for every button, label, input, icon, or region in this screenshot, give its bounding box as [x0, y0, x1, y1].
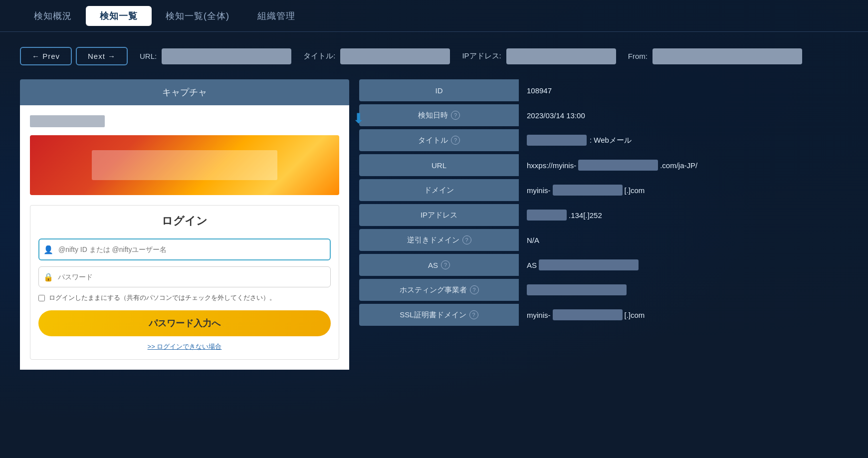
ssl-suffix: [.]com — [625, 311, 645, 319]
title-filter-group: タイトル: — [303, 48, 450, 64]
label-title-text: タイトル — [418, 136, 448, 145]
value-url: hxxps://myinis- .com/ja-JP/ — [519, 154, 848, 176]
info-row-ip: IPアドレス .134[.]252 — [359, 204, 848, 226]
submit-button[interactable]: パスワード入力へ — [38, 310, 331, 336]
id-value: 108947 — [527, 86, 552, 95]
banner-blur — [92, 150, 277, 180]
title-blurred — [527, 135, 587, 146]
tab-org-management[interactable]: 組織管理 — [243, 6, 309, 26]
info-row-hosting: ホスティング事業者 ? — [359, 279, 848, 301]
label-domain: ドメイン — [359, 179, 519, 201]
remember-label: ログインしたままにする（共有のパソコンではチェックを外してください）。 — [49, 293, 276, 302]
label-detection-date-text: 検知日時 — [418, 111, 448, 120]
from-filter-label: From: — [628, 52, 648, 60]
label-domain-text: ドメイン — [424, 186, 454, 195]
lock-icon: 🔒 — [43, 272, 53, 282]
label-reverse-domain-text: 逆引きドメイン — [407, 235, 459, 245]
username-input[interactable] — [38, 238, 331, 260]
ip-suffix: .134[.]252 — [569, 211, 602, 220]
url-blurred — [578, 160, 658, 171]
from-filter-group: From: — [628, 48, 802, 64]
label-ssl-text: SSL証明書ドメイン — [400, 310, 466, 320]
value-ip: .134[.]252 — [519, 204, 848, 226]
reverse-domain-value: N/A — [527, 236, 539, 244]
info-row-url: URL hxxps://myinis- .com/ja-JP/ — [359, 154, 848, 176]
help-icon-ssl[interactable]: ? — [469, 310, 478, 319]
cant-login-link[interactable]: >> ログインできない場合 — [38, 342, 331, 351]
detection-date-value: 2023/03/14 13:00 — [527, 111, 585, 120]
as-blurred — [539, 259, 639, 270]
ssl-blurred — [553, 309, 623, 320]
label-url-text: URL — [432, 161, 446, 170]
from-filter-input[interactable] — [652, 48, 802, 64]
info-panel: ID 108947 検知日時 ? 2023/03/14 13:00 タイトル — [359, 79, 848, 370]
tab-detection-list[interactable]: 検知一覧 — [86, 6, 152, 26]
detail-layout: キャプチャ ログイン 👤 — [20, 79, 848, 370]
title-filter-input[interactable] — [340, 48, 450, 64]
info-row-title: タイトル ? : Webメール — [359, 129, 848, 151]
top-navigation: 検知概況 検知一覧 検知一覧(全体) 組織管理 — [0, 0, 868, 32]
label-ssl: SSL証明書ドメイン ? — [359, 304, 519, 326]
value-as: AS — [519, 254, 848, 276]
label-as-text: AS — [428, 261, 438, 269]
remember-row: ログインしたままにする（共有のパソコンではチェックを外してください）。 — [38, 293, 331, 302]
url-suffix: .com/ja-JP/ — [660, 161, 697, 170]
ip-filter-input[interactable] — [506, 48, 616, 64]
help-icon-title[interactable]: ? — [451, 136, 460, 145]
password-input-wrap: 🔒 — [38, 266, 331, 287]
url-filter-input[interactable] — [162, 48, 291, 64]
label-reverse-domain: 逆引きドメイン ? — [359, 229, 519, 251]
label-detection-date: 検知日時 ? — [359, 104, 519, 126]
domain-blurred — [553, 185, 623, 196]
browser-top-bar — [30, 115, 105, 127]
username-input-wrap: 👤 — [38, 238, 331, 260]
label-ip: IPアドレス — [359, 204, 519, 226]
label-title: タイトル ? — [359, 129, 519, 151]
domain-suffix: [.]com — [625, 186, 645, 195]
prev-button[interactable]: ← Prev — [20, 47, 72, 65]
title-filter-label: タイトル: — [303, 51, 335, 61]
value-domain: myinis- [.]com — [519, 179, 848, 201]
tab-detection-overview[interactable]: 検知概況 — [20, 6, 86, 26]
password-input[interactable] — [38, 266, 331, 287]
url-filter-label: URL: — [140, 52, 157, 60]
title-suffix: : Webメール — [590, 136, 632, 145]
capture-panel: キャプチャ ログイン 👤 — [20, 79, 349, 370]
info-row-as: AS ? AS — [359, 254, 848, 276]
capture-header: キャプチャ — [20, 79, 349, 105]
help-icon-reverse-domain[interactable]: ? — [462, 235, 471, 244]
as-prefix: AS — [527, 261, 537, 269]
ip-filter-group: IPアドレス: — [462, 48, 616, 64]
remember-checkbox[interactable] — [38, 295, 45, 301]
capture-content: ログイン 👤 🔒 ログインしたままにする（共有のパソコンではチェックを外してくだ… — [20, 105, 349, 370]
info-row-ssl: SSL証明書ドメイン ? myinis- [.]com — [359, 304, 848, 326]
login-form: ログイン 👤 🔒 ログインしたままにする（共有のパソコンではチェックを外してくだ… — [30, 205, 339, 360]
value-hosting — [519, 279, 848, 301]
ip-filter-label: IPアドレス: — [462, 51, 501, 61]
main-content: ← Prev Next → URL: タイトル: IPアドレス: From: キ… — [0, 32, 868, 385]
value-ssl: myinis- [.]com — [519, 304, 848, 326]
help-icon-hosting[interactable]: ? — [470, 285, 479, 294]
ssl-prefix: myinis- — [527, 311, 551, 319]
label-as: AS ? — [359, 254, 519, 276]
next-button[interactable]: Next → — [76, 47, 128, 65]
label-id: ID — [359, 79, 519, 101]
help-icon-detection-date[interactable]: ? — [451, 111, 460, 120]
url-filter-group: URL: — [140, 48, 291, 64]
info-row-domain: ドメイン myinis- [.]com — [359, 179, 848, 201]
url-prefix: hxxps://myinis- — [527, 161, 576, 170]
pagination-buttons: ← Prev Next → — [20, 47, 128, 65]
label-url: URL — [359, 154, 519, 176]
hosting-blurred — [527, 284, 627, 295]
user-icon: 👤 — [43, 245, 53, 254]
login-title: ログイン — [38, 214, 331, 229]
label-ip-text: IPアドレス — [421, 211, 457, 220]
screenshot-banner — [30, 135, 339, 195]
value-reverse-domain: N/A — [519, 229, 848, 251]
download-icon[interactable]: ⬇ — [353, 110, 364, 127]
tab-detection-list-all[interactable]: 検知一覧(全体) — [152, 6, 243, 26]
help-icon-as[interactable]: ? — [441, 260, 450, 269]
info-row-detection-date: 検知日時 ? 2023/03/14 13:00 — [359, 104, 848, 126]
label-hosting: ホスティング事業者 ? — [359, 279, 519, 301]
value-id: 108947 — [519, 79, 848, 101]
